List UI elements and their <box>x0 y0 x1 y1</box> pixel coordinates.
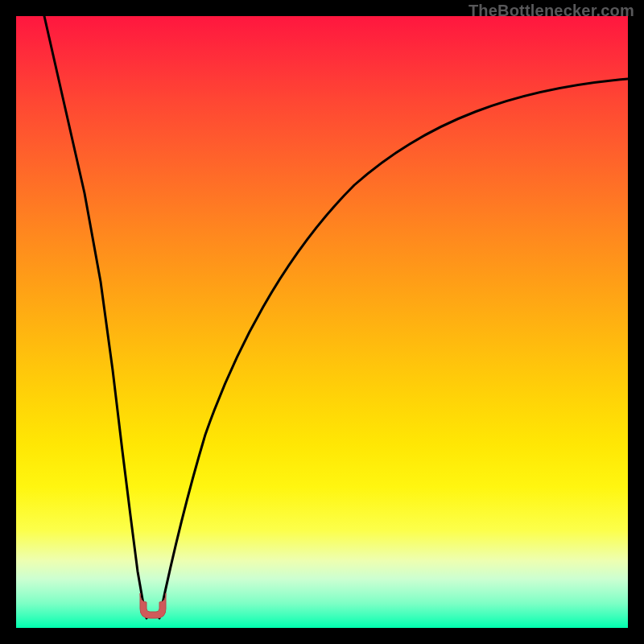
curve-right-branch <box>159 79 628 618</box>
bottleneck-marker <box>135 591 171 621</box>
u-shape-icon <box>135 591 171 621</box>
bottleneck-curve <box>16 16 628 628</box>
plot-area <box>16 16 628 628</box>
curve-left-branch <box>44 16 147 618</box>
chart-frame: TheBottlenecker.com <box>0 0 644 644</box>
